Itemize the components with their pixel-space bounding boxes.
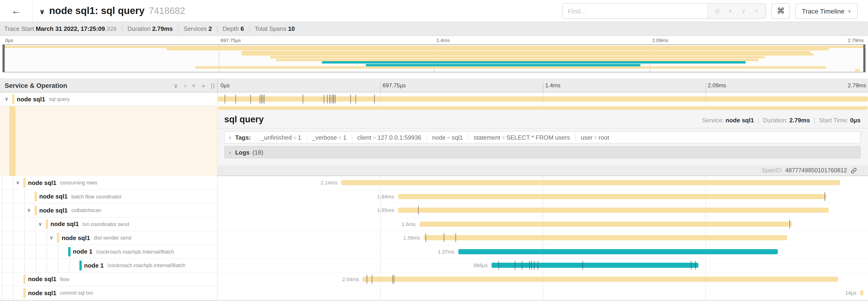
locate-icon[interactable]: ◎ <box>711 7 724 14</box>
span-operation-name: commit sql txn <box>60 290 93 296</box>
span-name-cell[interactable]: node sql1batch flow coordinator <box>0 190 218 204</box>
span-bar[interactable] <box>341 180 840 185</box>
span-bar-cell[interactable]: 1.84ms <box>218 190 868 204</box>
expand-collapse-icon[interactable]: ∨ <box>5 96 8 102</box>
child-span-rows: ∨node sql1consuming rows2.14msnode sql1b… <box>0 176 868 301</box>
span-bar-cell[interactable]: 1.56ms <box>218 231 868 245</box>
span-name-cell[interactable]: ∨node sql1dist sender send <box>0 231 218 245</box>
span-duration-label: 1.85ms <box>377 208 394 213</box>
span-row[interactable]: ∨node sql1consuming rows2.14ms <box>0 176 868 190</box>
expand-collapse-icon[interactable]: ∨ <box>27 207 31 213</box>
collapse-all-icon[interactable]: » <box>190 84 197 87</box>
span-bar-cell[interactable]: 1.37ms <box>218 245 868 259</box>
find-input[interactable] <box>563 4 708 18</box>
indent-guide <box>13 204 13 217</box>
log-marker <box>303 95 303 103</box>
minimap-tick-label: 2.79ms <box>848 37 864 43</box>
collapse-one-icon[interactable]: ∨ <box>174 82 178 89</box>
expand-one-icon[interactable]: › <box>184 82 186 89</box>
span-bar-cell[interactable]: 1.85ms <box>218 204 868 217</box>
tag-key: user <box>581 134 593 141</box>
span-name-cell[interactable]: ∨node sql1txn coordinator send <box>0 217 218 231</box>
tag-key: _verbose <box>312 134 337 141</box>
tags-label: Tags: <box>235 134 251 141</box>
span-bar-cell[interactable]: 886μs <box>218 259 868 272</box>
span-bar-cell[interactable]: 2.14ms <box>218 176 868 190</box>
log-marker <box>374 95 375 103</box>
ruler-tick-label: 2.79ms <box>848 82 866 89</box>
span-row[interactable]: node 1/cockroach.roachpb.Internal/Batch8… <box>0 259 868 272</box>
indent-guide <box>13 272 13 286</box>
span-row[interactable]: ∨node sql1dist sender send1.56ms <box>0 231 868 245</box>
tags-accordian[interactable]: › Tags: _unfinished=1_verbose=1client=12… <box>224 131 861 143</box>
log-marker <box>499 261 499 270</box>
log-marker <box>264 95 265 103</box>
minimap[interactable] <box>2 44 866 72</box>
span-name-cell[interactable]: node 1/cockroach.roachpb.Internal/Batch <box>0 259 218 272</box>
span-name-cell[interactable]: ∨node sql1colbatchscan <box>0 204 218 217</box>
expand-collapse-icon[interactable]: ∨ <box>16 180 20 186</box>
span-bar[interactable] <box>458 249 778 254</box>
timeline-gridline <box>380 259 381 272</box>
timeline-gridline <box>380 286 381 300</box>
prev-match-icon[interactable]: ∧ <box>724 7 737 14</box>
expand-all-icon[interactable]: » <box>202 82 205 89</box>
tag-key: statement <box>473 134 500 141</box>
column-resizer[interactable] <box>211 83 214 89</box>
span-name-cell[interactable]: node 1/cockroach.roachpb.Internal/Batch <box>0 245 218 259</box>
indent-guide <box>35 245 36 258</box>
indent-guide <box>2 286 2 300</box>
tag-equals: = <box>373 134 376 141</box>
span-name-cell[interactable]: ∨node sql1sql query <box>0 93 218 106</box>
tag-value: SELECT * FROM users <box>506 134 570 141</box>
trace-view-selector[interactable]: Trace Timeline ∨ <box>795 3 858 19</box>
span-name-cell[interactable]: ∨node sql1consuming rows <box>0 176 218 190</box>
minimap-span-bar <box>242 54 814 56</box>
span-name-cell[interactable]: node sql1flow <box>0 272 218 286</box>
minimap-left-handle[interactable] <box>3 45 5 72</box>
timeline-gridline <box>706 259 706 272</box>
timeline-gridline <box>380 245 381 258</box>
timeline-ruler: 0μs697.75μs1.4ms2.09ms2.79ms <box>218 79 868 92</box>
span-bar[interactable] <box>398 208 829 213</box>
tag-item: statement=SELECT * FROM users <box>468 134 575 141</box>
span-bar[interactable] <box>419 222 792 227</box>
span-duration-label: 2.04ms <box>342 276 359 282</box>
span-bar[interactable] <box>860 291 864 296</box>
back-button[interactable]: ← <box>0 0 33 22</box>
minimap-right-handle[interactable] <box>863 45 865 72</box>
span-bar[interactable] <box>398 194 827 199</box>
span-row[interactable]: ∨node sql1sql query <box>0 93 868 106</box>
span-detail-row: sql query Service: node sql1|Duration: 2… <box>0 106 868 176</box>
span-service-name: node sql1 <box>39 193 67 200</box>
span-row[interactable]: node sql1batch flow coordinator1.84ms <box>0 190 868 204</box>
clear-search-icon[interactable]: × <box>750 7 763 14</box>
ruler-gridline <box>706 82 706 92</box>
span-bar-cell[interactable]: 1.6ms <box>218 217 868 231</box>
span-bar[interactable] <box>363 277 838 282</box>
span-row[interactable]: ∨node sql1colbatchscan1.85ms <box>0 204 868 217</box>
next-match-icon[interactable]: ∨ <box>737 7 750 14</box>
span-row[interactable]: node 1/cockroach.roachpb.Internal/Batch1… <box>0 245 868 259</box>
indent-guide <box>2 245 2 258</box>
logs-accordian[interactable]: › Logs (18) <box>224 146 861 158</box>
expand-collapse-icon[interactable]: ∨ <box>38 221 42 227</box>
tag-equals: = <box>293 134 297 141</box>
span-bar-cell[interactable]: 2.04ms <box>218 272 868 286</box>
span-bar[interactable] <box>424 235 787 240</box>
collapse-trace-chevron-icon[interactable]: ∨ <box>39 7 45 16</box>
span-row[interactable]: ∨node sql1txn coordinator send1.6ms <box>0 217 868 231</box>
indent-guide <box>2 176 2 189</box>
deep-link-icon[interactable] <box>851 167 857 173</box>
span-name-cell[interactable]: node sql1commit sql txn <box>0 286 218 300</box>
span-bar[interactable] <box>218 96 868 102</box>
span-row[interactable]: node sql1flow2.04ms <box>0 272 868 286</box>
span-row[interactable]: node sql1commit sql txn14μs <box>0 286 868 300</box>
keyboard-shortcuts-button[interactable]: ⌘ <box>772 3 790 19</box>
span-bar-cell[interactable]: 14μs <box>218 286 868 300</box>
indent-guide <box>35 217 36 231</box>
trace-id: 7418682 <box>149 6 185 16</box>
expand-collapse-icon[interactable]: ∨ <box>50 235 53 241</box>
span-bar-cell[interactable] <box>218 93 868 106</box>
span-service-name: node sql1 <box>28 276 56 283</box>
